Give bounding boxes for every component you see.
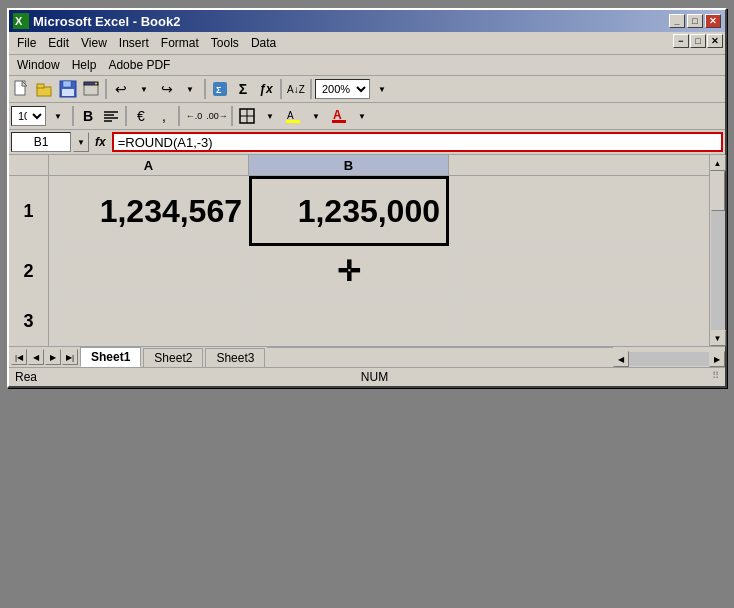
print-preview-button[interactable] — [80, 78, 102, 100]
sep2 — [204, 79, 206, 99]
scroll-left-button[interactable]: ◀ — [613, 351, 629, 367]
toolbar-standard: ↩ ▼ ↪ ▼ Σ Σ ƒx A↓Z 200% ▼ — [9, 76, 725, 103]
sheet-tab-2[interactable]: Sheet2 — [143, 348, 203, 367]
cell-b3[interactable] — [249, 296, 449, 346]
cell-ref-dropdown[interactable]: ▼ — [73, 132, 89, 152]
cell-a3[interactable] — [49, 296, 249, 346]
cursor-plus-icon: ✛ — [337, 255, 360, 288]
menu-bar: File Edit View Insert Format Tools Data … — [9, 32, 725, 55]
cell-a1[interactable]: 1,234,567 — [49, 176, 249, 246]
font-color-button[interactable]: A — [328, 105, 350, 127]
menu-tools[interactable]: Tools — [205, 34, 245, 52]
scroll-track[interactable] — [711, 171, 725, 330]
new-button[interactable] — [11, 78, 33, 100]
menu-insert[interactable]: Insert — [113, 34, 155, 52]
window-title: Microsoft Excel - Book2 — [33, 14, 180, 29]
app-icon: X — [13, 13, 29, 29]
menu-data[interactable]: Data — [245, 34, 282, 52]
inner-minimize[interactable]: − — [673, 34, 689, 48]
menu-file[interactable]: File — [11, 34, 42, 52]
table-row: 2 ✛ — [9, 246, 709, 296]
sep6 — [125, 106, 127, 126]
scroll-down-button[interactable]: ▼ — [710, 330, 726, 346]
function-button[interactable]: ƒx — [255, 78, 277, 100]
restore-button[interactable]: □ — [687, 14, 703, 28]
menu-window[interactable]: Window — [11, 56, 66, 74]
col-header-a[interactable]: A — [49, 155, 249, 175]
svg-rect-8 — [62, 89, 74, 96]
sheet-nav-first[interactable]: |◀ — [11, 349, 27, 365]
cell-b1[interactable]: 1,235,000 — [249, 176, 449, 246]
menu-bar-2: Window Help Adobe PDF — [9, 55, 725, 76]
align-left-button[interactable] — [100, 105, 122, 127]
fill-color-dropdown[interactable]: ▼ — [305, 105, 327, 127]
sep8 — [231, 106, 233, 126]
toolbar-formatting: 10 ▼ B € , ←.0 .00→ ▼ A ▼ A ▼ — [9, 103, 725, 130]
font-size-select[interactable]: 10 — [11, 106, 46, 126]
excel-window: X Microsoft Excel - Book2 _ □ ✕ File Edi… — [7, 8, 727, 388]
status-right: NUM — [361, 370, 388, 384]
sep7 — [178, 106, 180, 126]
menu-format[interactable]: Format — [155, 34, 205, 52]
table-row: 3 — [9, 296, 709, 346]
col-header-b[interactable]: B — [249, 155, 449, 175]
sheet-nav-prev[interactable]: ◀ — [28, 349, 44, 365]
menu-adobe-pdf[interactable]: Adobe PDF — [102, 56, 176, 74]
redo-button[interactable]: ↪ — [156, 78, 178, 100]
zoom-select[interactable]: 200% — [315, 79, 370, 99]
minimize-button[interactable]: _ — [669, 14, 685, 28]
sheet-nav-next[interactable]: ▶ — [45, 349, 61, 365]
menu-help[interactable]: Help — [66, 56, 103, 74]
svg-point-11 — [95, 83, 97, 85]
row-number-2: 2 — [9, 246, 49, 296]
menu-edit[interactable]: Edit — [42, 34, 75, 52]
close-button[interactable]: ✕ — [705, 14, 721, 28]
title-controls: _ □ ✕ — [669, 14, 721, 28]
undo-dropdown[interactable]: ▼ — [133, 78, 155, 100]
scroll-up-button[interactable]: ▲ — [710, 155, 726, 171]
open-button[interactable] — [34, 78, 56, 100]
sheet-nav-last[interactable]: ▶| — [62, 349, 78, 365]
svg-rect-7 — [63, 81, 71, 87]
increase-decimal-button[interactable]: .00→ — [206, 105, 228, 127]
menu-view[interactable]: View — [75, 34, 113, 52]
autosum-button[interactable]: Σ — [232, 78, 254, 100]
title-bar-left: X Microsoft Excel - Book2 — [13, 13, 180, 29]
paste-function-button[interactable]: Σ — [209, 78, 231, 100]
svg-rect-22 — [286, 120, 300, 123]
sep4 — [310, 79, 312, 99]
borders-dropdown[interactable]: ▼ — [259, 105, 281, 127]
status-bar: Rea NUM ⠿ — [9, 367, 725, 386]
row-num-header — [9, 155, 49, 175]
sort-asc-button[interactable]: A↓Z — [285, 78, 307, 100]
currency-button[interactable]: € — [130, 105, 152, 127]
cell-a2[interactable] — [49, 246, 249, 296]
fill-color-button[interactable]: A — [282, 105, 304, 127]
font-color-dropdown[interactable]: ▼ — [351, 105, 373, 127]
sheet-tabs-area: |◀ ◀ ▶ ▶| Sheet1 Sheet2 Sheet3 ◀ ▶ — [9, 346, 725, 367]
borders-button[interactable] — [236, 105, 258, 127]
inner-close[interactable]: ✕ — [707, 34, 723, 48]
svg-text:A: A — [333, 108, 342, 122]
sheet-tab-1[interactable]: Sheet1 — [80, 347, 141, 367]
cell-b2[interactable]: ✛ — [249, 246, 449, 296]
inner-controls: − □ ✕ — [673, 34, 723, 52]
undo-button[interactable]: ↩ — [110, 78, 132, 100]
formula-input[interactable]: =ROUND(A1,-3) — [112, 132, 723, 152]
font-size-dropdown[interactable]: ▼ — [47, 105, 69, 127]
sheet-tab-3[interactable]: Sheet3 — [205, 348, 265, 367]
resize-grip[interactable]: ⠿ — [712, 370, 719, 384]
bold-button[interactable]: B — [77, 105, 99, 127]
save-button[interactable] — [57, 78, 79, 100]
inner-restore[interactable]: □ — [690, 34, 706, 48]
zoom-dropdown[interactable]: ▼ — [371, 78, 393, 100]
title-bar: X Microsoft Excel - Book2 _ □ ✕ — [9, 10, 725, 32]
scroll-right-button[interactable]: ▶ — [709, 351, 725, 367]
comma-button[interactable]: , — [153, 105, 175, 127]
svg-rect-9 — [84, 84, 98, 95]
svg-rect-5 — [37, 84, 44, 88]
redo-dropdown[interactable]: ▼ — [179, 78, 201, 100]
sep1 — [105, 79, 107, 99]
row-number-1: 1 — [9, 176, 49, 246]
decrease-decimal-button[interactable]: ←.0 — [183, 105, 205, 127]
